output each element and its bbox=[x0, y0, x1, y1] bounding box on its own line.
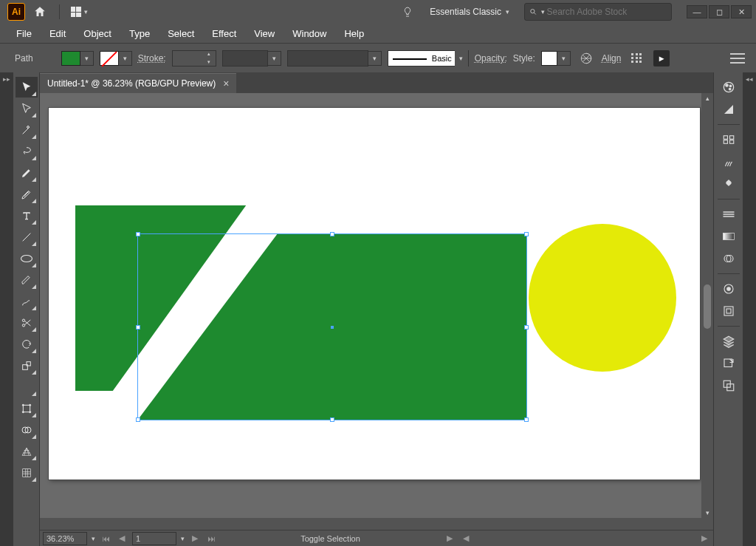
artboard-number-field[interactable]: 1 bbox=[132, 532, 176, 545]
svg-rect-22 bbox=[729, 136, 733, 140]
stock-search[interactable]: ▾ bbox=[524, 3, 672, 21]
artboards-panel-icon[interactable] bbox=[718, 375, 740, 396]
symbols-panel-icon[interactable] bbox=[718, 174, 740, 194]
artboard-dropdown-icon[interactable]: ▾ bbox=[181, 535, 185, 542]
svg-rect-8 bbox=[27, 362, 30, 366]
last-artboard-button[interactable]: ⏭ bbox=[205, 533, 217, 545]
learn-icon[interactable] bbox=[397, 6, 418, 18]
svg-point-13 bbox=[29, 412, 30, 413]
brush-definition-disabled: ▾ bbox=[287, 50, 382, 66]
brush-definition[interactable]: Basic ▾ bbox=[388, 50, 469, 66]
scale-tool[interactable] bbox=[16, 355, 38, 376]
mesh-tool[interactable] bbox=[16, 463, 38, 483]
stock-search-input[interactable] bbox=[546, 7, 667, 17]
line-segment-tool[interactable] bbox=[16, 227, 38, 248]
fill-color-control[interactable]: ▾ bbox=[61, 51, 94, 66]
svg-point-12 bbox=[22, 412, 24, 413]
menu-select[interactable]: Select bbox=[159, 25, 203, 42]
status-menu-icon[interactable]: ▶ bbox=[444, 533, 456, 545]
swatches-panel-icon[interactable] bbox=[718, 129, 740, 150]
color-guide-panel-icon[interactable] bbox=[718, 99, 740, 120]
menu-edit[interactable]: Edit bbox=[41, 25, 75, 42]
app-logo: Ai bbox=[7, 3, 25, 21]
align-label[interactable]: Align bbox=[602, 53, 622, 64]
asset-export-panel-icon[interactable] bbox=[718, 353, 740, 374]
recolor-artwork-icon[interactable] bbox=[577, 49, 596, 68]
menu-view[interactable]: View bbox=[245, 25, 284, 42]
free-transform-tool[interactable] bbox=[16, 398, 38, 419]
fill-swatch bbox=[61, 51, 80, 66]
layers-panel-icon[interactable] bbox=[718, 331, 740, 352]
canvas-viewport[interactable]: ▴ ▾ bbox=[40, 93, 713, 530]
variable-width-profile[interactable]: ▾ bbox=[222, 50, 281, 66]
prev-artboard-button[interactable]: ◀ bbox=[116, 533, 128, 545]
vertical-scrollbar[interactable]: ▴ ▾ bbox=[701, 93, 713, 518]
curvature-tool[interactable] bbox=[16, 184, 38, 205]
first-artboard-button[interactable]: ⏮ bbox=[100, 533, 111, 545]
window-close-button[interactable]: ✕ bbox=[731, 5, 752, 18]
transparency-panel-icon[interactable] bbox=[718, 248, 740, 269]
window-minimize-button[interactable]: — bbox=[687, 5, 707, 18]
svg-rect-28 bbox=[723, 233, 734, 240]
panel-menu-icon[interactable] bbox=[728, 49, 747, 68]
shape-yellow-circle[interactable] bbox=[529, 224, 676, 372]
appearance-panel-icon[interactable] bbox=[718, 279, 740, 299]
arrange-documents-button[interactable]: ▾ bbox=[64, 1, 94, 22]
left-dock-collapse[interactable]: ▸▸ bbox=[0, 72, 13, 546]
align-panel-icon[interactable] bbox=[627, 49, 646, 68]
lasso-tool[interactable] bbox=[16, 141, 38, 162]
scroll-left-button[interactable]: ◀ bbox=[460, 533, 472, 545]
document-tab[interactable]: Untitled-1* @ 36.23% (RGB/GPU Preview) × bbox=[40, 73, 236, 93]
menu-effect[interactable]: Effect bbox=[203, 25, 245, 42]
stroke-panel-icon[interactable] bbox=[718, 204, 740, 225]
brushes-panel-icon[interactable] bbox=[718, 151, 740, 172]
menu-type[interactable]: Type bbox=[120, 25, 159, 42]
scroll-right-button[interactable]: ▶ bbox=[698, 533, 710, 545]
svg-rect-21 bbox=[724, 136, 727, 140]
pencil-tool[interactable] bbox=[16, 291, 38, 312]
stroke-swatch-none bbox=[100, 51, 119, 66]
horizontal-scrollbar[interactable] bbox=[40, 518, 701, 530]
perspective-grid-tool[interactable] bbox=[16, 441, 38, 462]
graphic-style-control[interactable]: ▾ bbox=[541, 51, 571, 66]
svg-point-4 bbox=[21, 256, 32, 262]
pen-tool[interactable] bbox=[16, 163, 38, 183]
selection-tool[interactable] bbox=[16, 77, 38, 98]
stroke-color-control[interactable]: ▾ bbox=[100, 51, 132, 66]
graphic-styles-panel-icon[interactable] bbox=[718, 301, 740, 321]
paintbrush-tool[interactable] bbox=[16, 270, 38, 290]
menu-object[interactable]: Object bbox=[75, 25, 120, 42]
gradient-panel-icon[interactable] bbox=[718, 226, 740, 247]
right-dock-collapse[interactable]: ◂◂ bbox=[743, 72, 756, 546]
isolate-panel-icon[interactable]: ▸ bbox=[652, 49, 671, 68]
window-maximize-button[interactable]: ◻ bbox=[709, 5, 729, 18]
type-tool[interactable] bbox=[16, 205, 38, 226]
color-panel-icon[interactable] bbox=[718, 77, 740, 98]
stroke-weight-field[interactable]: ▴▾ bbox=[172, 50, 216, 66]
shape-builder-tool[interactable] bbox=[16, 420, 38, 440]
svg-point-17 bbox=[724, 82, 733, 92]
next-artboard-button[interactable]: ▶ bbox=[189, 533, 201, 545]
opacity-label[interactable]: Opacity: bbox=[475, 53, 507, 64]
svg-line-3 bbox=[22, 233, 30, 242]
svg-rect-34 bbox=[726, 309, 731, 313]
menu-window[interactable]: Window bbox=[284, 25, 335, 42]
zoom-dropdown-icon[interactable]: ▾ bbox=[92, 535, 95, 542]
ellipse-tool[interactable] bbox=[16, 248, 38, 269]
svg-point-32 bbox=[726, 287, 730, 291]
style-label: Style: bbox=[513, 53, 535, 64]
direct-selection-tool[interactable] bbox=[16, 98, 38, 119]
home-button[interactable] bbox=[30, 1, 50, 22]
width-tool[interactable] bbox=[16, 377, 38, 397]
rotate-tool[interactable] bbox=[16, 334, 38, 355]
close-tab-icon[interactable]: × bbox=[223, 78, 229, 89]
zoom-level-field[interactable]: 36.23% bbox=[43, 532, 87, 545]
workspace-switcher[interactable]: Essentials Classic ▾ bbox=[422, 2, 517, 21]
menu-help[interactable]: Help bbox=[335, 25, 373, 42]
workspace-label: Essentials Classic bbox=[430, 7, 501, 17]
artboard[interactable] bbox=[49, 108, 700, 480]
menu-file[interactable]: File bbox=[7, 25, 41, 42]
magic-wand-tool[interactable] bbox=[16, 120, 38, 140]
scissors-tool[interactable] bbox=[16, 313, 38, 333]
svg-point-10 bbox=[22, 404, 24, 406]
